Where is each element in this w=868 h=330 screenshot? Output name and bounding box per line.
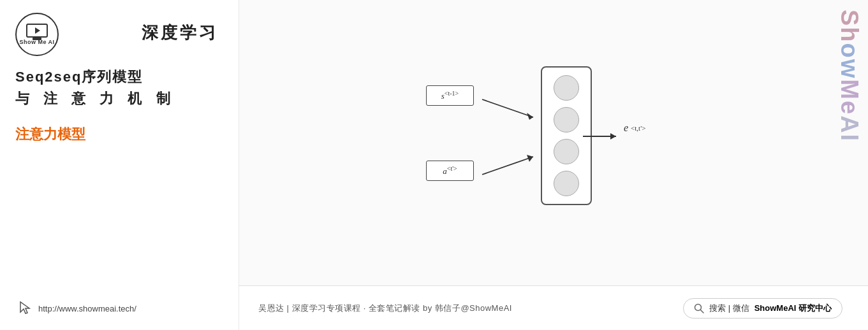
neuron-3: [554, 139, 579, 164]
play-icon: [35, 27, 40, 34]
svg-marker-5: [610, 133, 616, 140]
svg-line-0: [482, 99, 533, 117]
bottom-bar: 吴恩达 | 深度学习专项课程 · 全套笔记解读 by 韩信子@ShowMeAI …: [239, 285, 868, 330]
svg-line-2: [482, 157, 533, 175]
svg-marker-1: [527, 113, 533, 120]
title-sub: Seq2seq序列模型: [15, 68, 223, 87]
title-sub2: 与 注 意 力 机 制: [15, 89, 223, 108]
neuron-4: [554, 171, 579, 196]
bottom-link: http://www.showmeai.tech/: [15, 294, 223, 317]
output-sup: <t,t'>: [631, 124, 645, 132]
output-label: e: [624, 122, 628, 134]
monitor-icon: [26, 24, 48, 38]
search-brand: ShowMeAI 研究中心: [754, 303, 832, 314]
input-s-sup: <t-1>: [445, 90, 459, 97]
logo-icon: Show Me AI: [15, 13, 59, 56]
neuron-1: [554, 75, 579, 101]
svg-line-7: [701, 310, 704, 313]
input-a: a<t'>: [426, 161, 474, 181]
nn-diagram: s<t-1> a<t'> e<t,t'>: [388, 47, 719, 238]
cursor-icon: [15, 299, 33, 317]
input-s: s<t-1>: [426, 85, 474, 106]
title-main: 深度学习: [142, 22, 218, 44]
left-panel: Show Me AI 深度学习 Seq2seq序列模型 与 注 意 力 机 制 …: [0, 0, 239, 330]
logo-area: Show Me AI 深度学习: [15, 13, 223, 56]
bottom-caption: 吴恩达 | 深度学习专项课程 · 全套笔记解读 by 韩信子@ShowMeAI: [258, 303, 512, 314]
diagram-area: s<t-1> a<t'> e<t,t'>: [239, 0, 868, 285]
output-area: e<t,t'>: [624, 122, 645, 134]
section-label: 注意力模型: [15, 125, 223, 144]
svg-marker-3: [527, 155, 533, 162]
input-a-sup: <t'>: [447, 165, 457, 172]
search-prefix: 搜索 | 微信: [709, 303, 749, 314]
nn-layer: [541, 66, 592, 205]
main-area: s<t-1> a<t'> e<t,t'>: [239, 0, 868, 330]
website-url: http://www.showmeai.tech/: [38, 304, 136, 313]
neuron-2: [554, 107, 579, 133]
search-icon: [694, 303, 704, 313]
search-box[interactable]: 搜索 | 微信 ShowMeAI 研究中心: [683, 298, 842, 319]
